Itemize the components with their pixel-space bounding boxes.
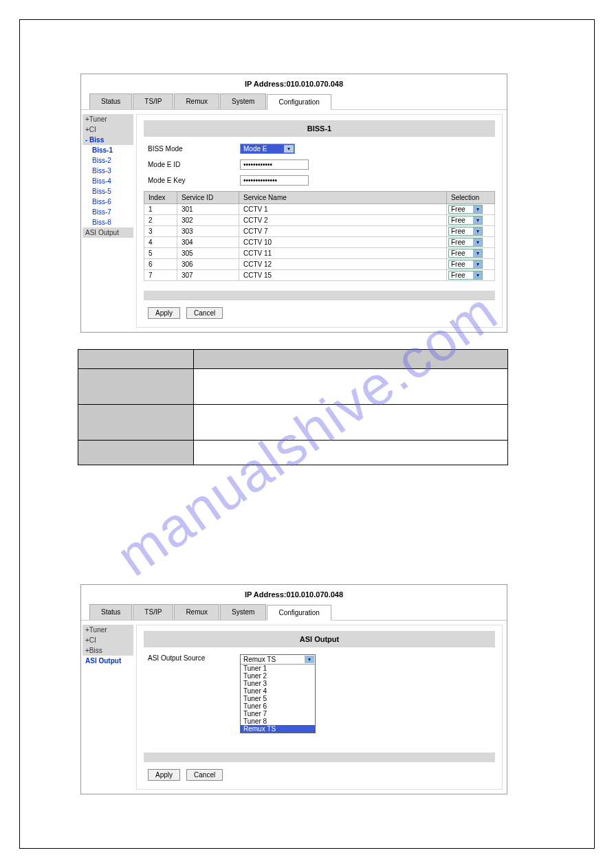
cell-service-name: CCTV 15 bbox=[239, 270, 447, 281]
apply-button[interactable]: Apply bbox=[148, 307, 180, 319]
footer-bar bbox=[144, 291, 495, 300]
cancel-button[interactable]: Cancel bbox=[186, 307, 223, 319]
selection-dropdown[interactable]: Free▾ bbox=[448, 216, 483, 225]
asi-source-selected: Remux TS bbox=[243, 656, 276, 663]
selection-dropdown[interactable]: Free▾ bbox=[448, 260, 483, 269]
chevron-down-icon: ▾ bbox=[473, 249, 482, 257]
footer-bar-2 bbox=[144, 753, 495, 762]
mode-e-key-input[interactable]: •••••••••••••• bbox=[240, 175, 309, 186]
tab-remux-2[interactable]: Remux bbox=[174, 604, 219, 620]
cell-index: 1 bbox=[144, 204, 177, 215]
chevron-down-icon: ▾ bbox=[473, 216, 482, 224]
chevron-down-icon: ▾ bbox=[473, 271, 482, 279]
sidebar-tuner-2[interactable]: +Tuner bbox=[83, 625, 133, 635]
dropdown-option[interactable]: Tuner 1 bbox=[241, 665, 315, 672]
cell-service-id: 301 bbox=[177, 204, 239, 215]
col-selection: Selection bbox=[447, 192, 495, 204]
sidebar-biss-3[interactable]: Biss-3 bbox=[83, 166, 133, 176]
asi-source-label: ASI Output Source bbox=[144, 654, 240, 662]
apply-button-2[interactable]: Apply bbox=[148, 769, 180, 781]
cell-service-name: CCTV 11 bbox=[239, 248, 447, 259]
biss-mode-select[interactable]: Mode E ▾ bbox=[240, 144, 295, 154]
chevron-down-icon: ▾ bbox=[473, 260, 482, 268]
asi-content: ASI Output ASI Output Source Remux TS ▾ … bbox=[136, 625, 503, 790]
mode-e-key-label: Mode E Key bbox=[144, 177, 240, 184]
cell-index: 2 bbox=[144, 215, 177, 226]
tab-configuration-2[interactable]: Configuration bbox=[267, 605, 331, 621]
sidebar-ci-2[interactable]: +CI bbox=[83, 635, 133, 645]
cell-service-name: CCTV 1 bbox=[239, 204, 447, 215]
selection-dropdown[interactable]: Free▾ bbox=[448, 271, 483, 280]
tab-status-2[interactable]: Status bbox=[89, 604, 132, 620]
dropdown-option[interactable]: Tuner 2 bbox=[241, 672, 315, 680]
cell-index: 5 bbox=[144, 248, 177, 259]
table-row: 5305CCTV 11Free▾ bbox=[144, 248, 495, 259]
dropdown-option[interactable]: Tuner 8 bbox=[241, 717, 315, 725]
cell-index: 3 bbox=[144, 226, 177, 237]
biss-sidebar: +Tuner +CI - Biss Biss-1 Biss-2 Biss-3 B… bbox=[81, 110, 136, 332]
sidebar-biss[interactable]: - Biss bbox=[83, 135, 133, 145]
asi-section-title: ASI Output bbox=[144, 631, 495, 647]
tab-tsip[interactable]: TS/IP bbox=[133, 93, 173, 109]
biss-content: BISS-1 BISS Mode Mode E ▾ Mode E ID ••••… bbox=[136, 114, 503, 328]
ip-address-header: IP Address:010.010.070.048 bbox=[81, 74, 507, 93]
tab-configuration[interactable]: Configuration bbox=[267, 94, 331, 110]
sidebar-asi-output-2[interactable]: ASI Output bbox=[83, 656, 133, 666]
dropdown-option[interactable]: Tuner 4 bbox=[241, 687, 315, 695]
asi-sidebar: +Tuner +CI +Biss ASI Output bbox=[81, 621, 136, 794]
col-index: Index bbox=[144, 192, 177, 204]
selection-dropdown[interactable]: Free▾ bbox=[448, 205, 483, 214]
biss-services-table: Index Service ID Service Name Selection … bbox=[144, 191, 495, 281]
chevron-down-icon: ▾ bbox=[473, 205, 482, 213]
chevron-down-icon: ▾ bbox=[473, 227, 482, 235]
sidebar-ci[interactable]: +CI bbox=[83, 124, 133, 135]
table-row: 6306CCTV 12Free▾ bbox=[144, 259, 495, 270]
cell-index: 7 bbox=[144, 270, 177, 281]
tab-status[interactable]: Status bbox=[89, 93, 132, 109]
dropdown-option[interactable]: Tuner 7 bbox=[241, 710, 315, 717]
cell-service-id: 304 bbox=[177, 237, 239, 248]
cell-service-name: CCTV 7 bbox=[239, 226, 447, 237]
tab-remux[interactable]: Remux bbox=[174, 93, 219, 109]
sidebar-biss-6[interactable]: Biss-6 bbox=[83, 197, 133, 207]
sidebar-biss-7[interactable]: Biss-7 bbox=[83, 207, 133, 217]
dropdown-option[interactable]: Tuner 6 bbox=[241, 702, 315, 710]
sidebar-biss-5[interactable]: Biss-5 bbox=[83, 186, 133, 197]
chevron-down-icon: ▾ bbox=[305, 656, 314, 663]
mode-e-id-input[interactable]: •••••••••••• bbox=[240, 159, 309, 170]
cell-service-id: 303 bbox=[177, 226, 239, 237]
biss-mode-value: Mode E bbox=[243, 145, 267, 153]
asi-config-panel: IP Address:010.010.070.048 Status TS/IP … bbox=[80, 584, 507, 794]
biss-config-panel: IP Address:010.010.070.048 Status TS/IP … bbox=[80, 74, 507, 333]
chevron-down-icon: ▾ bbox=[284, 145, 294, 153]
asi-source-dropdown[interactable]: Remux TS ▾ Tuner 1Tuner 2Tuner 3Tuner 4T… bbox=[240, 654, 316, 733]
table-row: 1301CCTV 1Free▾ bbox=[144, 204, 495, 215]
description-table bbox=[78, 349, 508, 465]
selection-dropdown[interactable]: Free▾ bbox=[448, 227, 483, 236]
sidebar-tuner[interactable]: +Tuner bbox=[83, 114, 133, 124]
dropdown-option[interactable]: Remux TS bbox=[241, 725, 315, 733]
dropdown-option[interactable]: Tuner 3 bbox=[241, 680, 315, 687]
selection-dropdown[interactable]: Free▾ bbox=[448, 249, 483, 258]
sidebar-biss-1[interactable]: Biss-1 bbox=[83, 145, 133, 155]
ip-address-header-2: IP Address:010.010.070.048 bbox=[81, 585, 507, 604]
cancel-button-2[interactable]: Cancel bbox=[186, 769, 223, 781]
sidebar-biss-4[interactable]: Biss-4 bbox=[83, 176, 133, 186]
tab-system[interactable]: System bbox=[220, 93, 266, 109]
sidebar-biss-2[interactable]: Biss-2 bbox=[83, 155, 133, 166]
tab-tsip-2[interactable]: TS/IP bbox=[133, 604, 173, 620]
sidebar-biss-2[interactable]: +Biss bbox=[83, 645, 133, 656]
sidebar-biss-8[interactable]: Biss-8 bbox=[83, 217, 133, 227]
selection-dropdown[interactable]: Free▾ bbox=[448, 238, 483, 247]
tab-bar-2: Status TS/IP Remux System Configuration bbox=[81, 604, 507, 621]
table-row: 3303CCTV 7Free▾ bbox=[144, 226, 495, 237]
dropdown-option[interactable]: Tuner 5 bbox=[241, 695, 315, 702]
col-service-name: Service Name bbox=[239, 192, 447, 204]
table-row: 4304CCTV 10Free▾ bbox=[144, 237, 495, 248]
mode-e-id-label: Mode E ID bbox=[144, 161, 240, 168]
col-service-id: Service ID bbox=[177, 192, 239, 204]
sidebar-asi-output[interactable]: ASI Output bbox=[83, 227, 133, 238]
tab-bar: Status TS/IP Remux System Configuration bbox=[81, 93, 507, 110]
cell-service-id: 307 bbox=[177, 270, 239, 281]
tab-system-2[interactable]: System bbox=[220, 604, 266, 620]
